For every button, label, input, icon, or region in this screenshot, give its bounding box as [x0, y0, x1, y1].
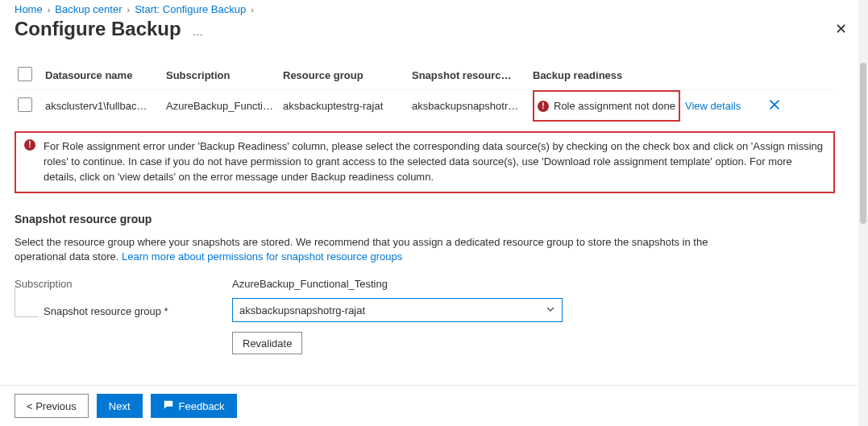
footer: < Previous Next Feedback [0, 385, 868, 426]
cell-subscription: AzureBackup_Functi… [166, 100, 283, 112]
snapshot-rg-value: aksbackupsnapshotrg-rajat [239, 304, 365, 316]
table-row: aksclusterv1\fullbac… AzureBackup_Functi… [15, 89, 835, 122]
column-header-name[interactable]: Datasource name [45, 69, 166, 81]
view-details-link[interactable]: View details [685, 100, 741, 112]
snapshot-rg-label: Snapshot resource group * [44, 305, 168, 317]
learn-more-link[interactable]: Learn more about permissions for snapsho… [122, 250, 402, 263]
revalidate-button[interactable]: Revalidate [232, 332, 302, 354]
chevron-right-icon: › [127, 5, 130, 14]
datasource-table: Datasource name Subscription Resource gr… [15, 60, 835, 122]
breadcrumb-start[interactable]: Start: Configure Backup [135, 3, 246, 15]
column-header-subscription[interactable]: Subscription [166, 69, 283, 81]
chevron-right-icon: › [251, 5, 254, 14]
cell-resource-group: aksbackuptestrg-rajat [283, 100, 412, 112]
readiness-text: Role assignment not done [554, 100, 675, 112]
column-header-readiness[interactable]: Backup readiness [533, 69, 758, 81]
column-header-snapshot[interactable]: Snapshot resourc… [412, 69, 533, 81]
error-banner: ! For Role assignment error under 'Backu… [15, 131, 835, 193]
feedback-button[interactable]: Feedback [151, 394, 237, 418]
feedback-icon [163, 399, 174, 413]
cell-name: aksclusterv1\fullbac… [45, 100, 166, 112]
next-button[interactable]: Next [97, 394, 143, 418]
section-title: Snapshot resource group [15, 213, 853, 225]
error-icon: ! [24, 139, 35, 151]
select-all-checkbox[interactable] [18, 67, 32, 81]
remove-row-icon[interactable] [767, 102, 782, 114]
scrollbar-thumb[interactable] [860, 63, 866, 224]
close-icon[interactable]: ✕ [829, 17, 853, 41]
page-title: Configure Backup [15, 18, 181, 39]
breadcrumb: Home › Backup center › Start: Configure … [15, 3, 853, 15]
breadcrumb-backup-center[interactable]: Backup center [55, 3, 122, 15]
previous-button[interactable]: < Previous [15, 394, 89, 418]
subscription-label: Subscription [15, 278, 232, 290]
more-icon[interactable]: … [192, 25, 204, 38]
section-description: Select the resource group where your sna… [15, 235, 740, 266]
snapshot-rg-select[interactable]: aksbackupsnapshotrg-rajat [232, 298, 563, 322]
subscription-value: AzureBackup_Functional_Testing [232, 278, 388, 290]
chevron-right-icon: › [48, 5, 51, 14]
scrollbar[interactable] [858, 0, 868, 426]
breadcrumb-home[interactable]: Home [15, 3, 43, 15]
chevron-down-icon [546, 304, 555, 316]
column-header-resource-group[interactable]: Resource group [283, 69, 412, 81]
cell-snapshot: aksbackupsnapshotr… [412, 100, 533, 112]
error-banner-text: For Role assignment error under 'Backup … [44, 139, 825, 185]
error-icon: ! [538, 101, 549, 112]
readiness-status: ! Role assignment not done [533, 90, 680, 122]
row-checkbox[interactable] [18, 97, 32, 112]
